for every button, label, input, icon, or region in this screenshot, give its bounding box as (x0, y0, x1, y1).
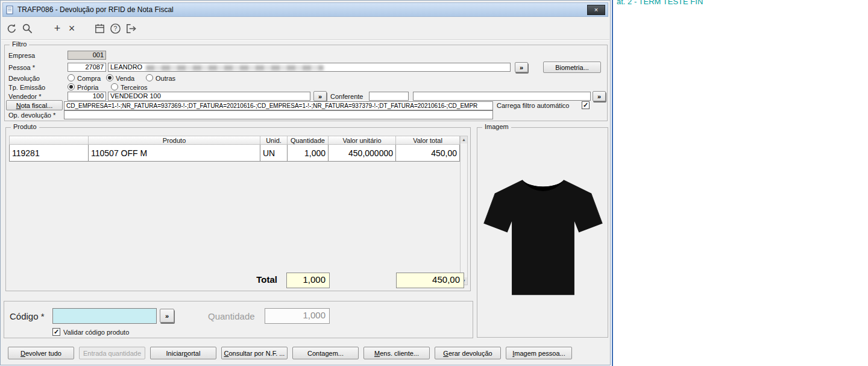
codigo-input[interactable] (52, 308, 157, 324)
col-header-produto[interactable]: Produto (89, 136, 260, 145)
page: TRAFP086 - Devolução por RFID de Nota Fi… (0, 0, 868, 366)
filtro-group-title: Filtro (10, 40, 29, 48)
redacted-name (146, 65, 324, 71)
table-row[interactable]: 119281 110507 OFF M UN 1,000 450,000000 … (9, 145, 460, 162)
pessoa-lookup-button[interactable]: » (515, 62, 528, 72)
empresa-label: Empresa (8, 52, 35, 59)
tp-emissao-label: Tp. Emissão (8, 84, 45, 91)
add-button[interactable]: + (50, 21, 64, 36)
vendedor-code-field[interactable]: 100 (68, 92, 106, 101)
contagem-button[interactable]: Contagem... (292, 347, 359, 359)
cell-codigo: 119281 (9, 145, 89, 162)
undo-button[interactable] (4, 21, 19, 36)
radio-outras-label: Outras (156, 75, 175, 82)
calendar-icon (94, 23, 105, 34)
window-document-icon (5, 5, 14, 14)
vendedor-lookup-button[interactable]: » (313, 91, 327, 101)
quantidade-field: 1,000 (265, 308, 330, 324)
title-bar[interactable]: TRAFP086 - Devolução por RFID de Nota Fi… (2, 2, 608, 17)
col-header-quantidade[interactable]: Quantidade (288, 136, 329, 145)
devolver-tudo-button[interactable]: Devolver tudo (8, 347, 74, 359)
nota-fiscal-button[interactable]: Nota fiscal... (6, 100, 63, 110)
op-devolucao-label: Op. devolução * (8, 112, 55, 119)
pessoa-name-field[interactable]: LEANDRO (108, 63, 511, 72)
vendedor-label: Vendedor * (8, 93, 41, 100)
conferente-name-field[interactable] (413, 92, 591, 101)
radio-terceiros[interactable] (111, 83, 118, 90)
main-window: TRAFP086 - Devolução por RFID de Nota Fi… (0, 0, 611, 365)
cell-unid: UN (260, 145, 288, 162)
mens-cliente-button[interactable]: Mens. cliente... (363, 347, 430, 359)
op-devolucao-field[interactable] (64, 110, 493, 119)
svg-text:?: ? (113, 25, 117, 32)
radio-venda-label: Venda (116, 75, 134, 82)
undo-icon (6, 23, 17, 34)
col-header-unid[interactable]: Unid. (260, 136, 288, 145)
conferente-label: Conferente (330, 93, 363, 100)
total-quantidade-field: 1,000 (286, 273, 330, 288)
scroll-up-icon[interactable]: ▲ (461, 136, 467, 144)
radio-compra-label: Compra (77, 75, 101, 82)
cell-valor-unitario: 450,000000 (329, 145, 396, 162)
conferente-lookup-button[interactable]: » (593, 91, 606, 101)
vendedor-name-field[interactable]: VENDEDOR 100 (108, 92, 310, 101)
radio-compra[interactable] (68, 74, 75, 81)
background-window-fragment[interactable]: at. 2 - TERM TESTE FIN (612, 0, 868, 366)
quantidade-label: Quantidade (208, 311, 255, 321)
conferente-code-field[interactable] (369, 92, 409, 101)
pessoa-name-text: LEANDRO (110, 63, 142, 71)
exit-button[interactable] (124, 21, 138, 36)
help-icon: ? (110, 23, 121, 34)
codigo-panel: Código * » ✓ Validar código produto Quan… (4, 301, 473, 338)
radio-venda[interactable] (106, 74, 113, 81)
codigo-label: Código * (10, 311, 45, 321)
imagem-group: Imagem (477, 127, 608, 338)
delete-button[interactable]: × (64, 21, 79, 36)
iniciar-portal-button[interactable]: Iniciar portal (150, 347, 216, 359)
col-header-valor-unitario[interactable]: Valor unitário (329, 136, 396, 145)
validar-codigo-checkbox[interactable]: ✓ (52, 328, 60, 336)
col-header-valor-total[interactable]: Valor total (396, 136, 460, 145)
add-icon: + (54, 23, 61, 34)
pessoa-label: Pessoa * (8, 64, 35, 71)
produto-group-title: Produto (11, 123, 39, 130)
carrega-filtro-checkbox[interactable]: ✓ (582, 101, 590, 109)
background-window-title: at. 2 - TERM TESTE FIN (617, 0, 703, 6)
total-label: Total (199, 274, 277, 285)
biometria-button[interactable]: Biometria... (543, 62, 601, 73)
empresa-field: 001 (68, 51, 106, 60)
calendar-button[interactable] (92, 21, 107, 36)
devolucao-label: Devolução (8, 75, 40, 82)
codigo-lookup-button[interactable]: » (160, 309, 174, 323)
entrada-quantidade-button: Entrada quantidade (79, 347, 145, 359)
radio-terceiros-label: Terceiros (121, 84, 148, 91)
pessoa-code-field[interactable]: 27087 (68, 63, 106, 72)
cell-valor-total: 450,00 (396, 145, 460, 162)
window-title: TRAFP086 - Devolução por RFID de Nota Fi… (17, 5, 174, 14)
exit-icon (125, 23, 137, 34)
radio-propria-label: Própria (77, 84, 98, 91)
help-button[interactable]: ? (108, 21, 122, 36)
carrega-filtro-label: Carrega filtro automático (497, 102, 569, 109)
produto-grid: Produto Unid. Quantidade Valor unitário … (9, 136, 460, 162)
tshirt-image (482, 169, 605, 304)
grid-scrollbar[interactable]: ▲ ▼ (460, 136, 468, 285)
nota-fiscal-field[interactable]: CD_EMPRESA=1-!-;NR_FATURA=937369-!-;DT_F… (64, 101, 493, 110)
validar-codigo-label: Validar código produto (63, 329, 129, 336)
produto-group: Produto Produto Unid. Quantidade Valor u… (5, 127, 471, 291)
close-button[interactable]: × (587, 5, 605, 15)
radio-outras[interactable] (146, 74, 153, 81)
gerar-devolucao-button[interactable]: Gerar devolução (435, 347, 501, 359)
total-valor-field: 450,00 (396, 273, 464, 288)
delete-icon: × (69, 23, 75, 34)
imagem-group-title: Imagem (482, 123, 511, 130)
consultar-nf-button[interactable]: Consultar por N.F. ... (221, 347, 288, 359)
search-icon (22, 23, 33, 34)
radio-propria[interactable] (68, 83, 75, 90)
filtro-group: Filtro Empresa 001 Pessoa * 27087 LEANDR… (4, 45, 608, 121)
cell-quantidade: 1,000 (288, 145, 329, 162)
search-button[interactable] (20, 21, 34, 36)
cell-produto: 110507 OFF M (89, 145, 260, 162)
imagem-pessoa-button[interactable]: Imagem pessoa... (506, 347, 572, 359)
col-header-blank (9, 136, 89, 145)
